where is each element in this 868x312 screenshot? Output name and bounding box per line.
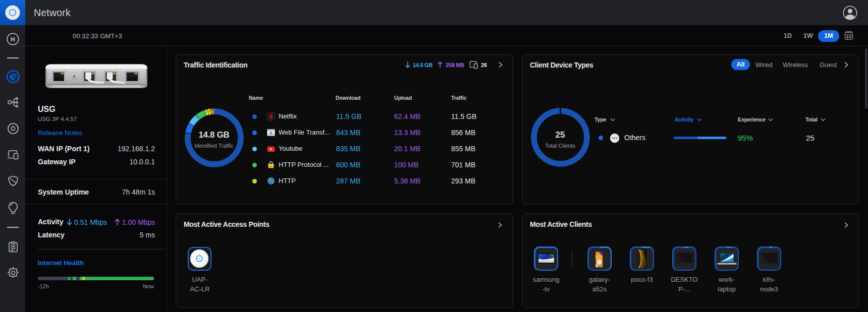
svg-text:H: H [11, 36, 15, 42]
